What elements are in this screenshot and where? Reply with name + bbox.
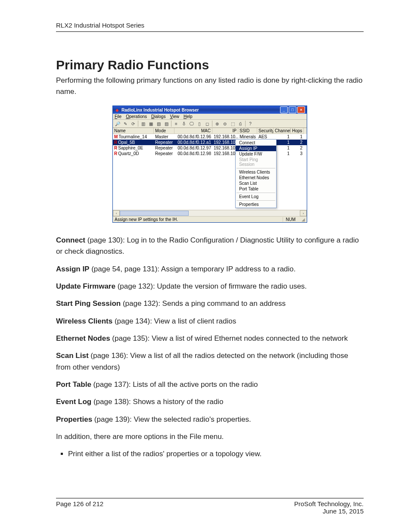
column-channel[interactable]: Channel: [274, 128, 291, 134]
monitor-icon[interactable]: 🖵: [189, 121, 195, 127]
menu-item[interactable]: Event Log: [236, 194, 276, 199]
page-title: Primary Radio Functions: [56, 58, 364, 72]
table-row[interactable]: ROpal_5BRepeater00.0d.8d.f0.12.a1192.168…: [113, 140, 307, 145]
topology-icon[interactable]: δ: [181, 121, 187, 127]
net3-icon[interactable]: ▧: [156, 121, 162, 127]
menu-dialogs[interactable]: Dialogs: [151, 114, 165, 119]
separator-icon: [138, 121, 138, 127]
zoom-fit-icon[interactable]: ⬚: [230, 121, 236, 127]
column-ip[interactable]: IP: [212, 128, 238, 134]
horizontal-scrollbar[interactable]: ‹ ›: [113, 210, 307, 216]
list-header: Name Mode MAC IP SSID Security Channel H…: [113, 128, 307, 134]
scroll-thumb[interactable]: [120, 211, 189, 216]
definition: Connect (page 130): Log in to the Radio …: [56, 235, 364, 258]
footer-date: June 15, 2015: [294, 507, 364, 515]
definition: Port Table (page 137): Lists of all the …: [56, 379, 364, 390]
table-row[interactable]: RSapphire_0ERepeater00.0d.8d.f0.12.97192…: [113, 145, 307, 151]
status-num: NUM: [283, 217, 298, 222]
minimize-button[interactable]: _: [280, 106, 288, 113]
separator-icon: [212, 121, 212, 127]
node-icon[interactable]: ◻: [204, 121, 210, 127]
menu-item[interactable]: Wireless Clients: [236, 169, 276, 175]
definition: Properties (page 139): View the selected…: [56, 414, 364, 425]
print-icon[interactable]: ⎙: [237, 121, 243, 127]
definition: Update Firmware (page 132): Update the v…: [56, 281, 364, 292]
maximize-button[interactable]: □: [289, 106, 296, 113]
net2-icon[interactable]: ▦: [148, 121, 154, 127]
help-icon[interactable]: ?: [247, 121, 253, 127]
definition: Start Ping Session (page 132): Sends a p…: [56, 298, 364, 309]
table-row[interactable]: RQuartz_0DRepeater00.0d.8d.f0.12.98192.1…: [113, 151, 307, 156]
menu-item[interactable]: Port Table: [236, 186, 276, 192]
column-hops[interactable]: Hops: [291, 128, 304, 134]
server-icon[interactable]: ▯: [196, 121, 202, 127]
net4-icon[interactable]: ▨: [163, 121, 169, 127]
list-body: MTourmaline_14Master00.0d.8d.f0.12.96192…: [113, 134, 307, 210]
menu-separator: [237, 193, 275, 193]
menu-item[interactable]: Scan List: [236, 180, 276, 186]
resize-grip-icon[interactable]: ◢: [298, 217, 305, 222]
column-security[interactable]: Security: [257, 128, 274, 134]
definition: Assign IP (page 54, page 131): Assign a …: [56, 264, 364, 275]
doc-header: RLX2 Industrial Hotspot Series: [56, 22, 364, 32]
intro-paragraph: Performing the following primary functio…: [56, 75, 364, 97]
doc-footer: Page 126 of 212 ProSoft Technology, Inc.…: [56, 498, 364, 515]
definition: Ethernet Nodes (page 135): View a list o…: [56, 333, 364, 344]
menu-separator: [237, 200, 275, 201]
menu-file[interactable]: File: [115, 114, 121, 119]
screenshot-wrap: ◆ RadioLinx Industrial Hotspot Browser _…: [56, 106, 364, 223]
column-mode[interactable]: Mode: [154, 128, 174, 134]
window-titlebar[interactable]: ◆ RadioLinx Industrial Hotspot Browser _…: [113, 106, 307, 114]
close-button[interactable]: ×: [297, 106, 305, 113]
toolbar: 🔎 ✎ ⟳ ▥ ▦ ▧ ▨ ≡ δ 🖵 ▯ ◻ ⊕ ⊖ ⬚ ⎙ ?: [113, 120, 307, 128]
menubar: File Operations Dialogs View Help: [113, 114, 307, 120]
refresh-icon[interactable]: ⟳: [130, 121, 136, 127]
separator-icon: [245, 121, 246, 127]
separator-icon: [171, 121, 171, 127]
erase-icon[interactable]: ✎: [122, 121, 128, 127]
menu-item: Start Ping Session: [236, 157, 276, 167]
binoculars-icon[interactable]: 🔎: [115, 121, 121, 127]
zoom-out-icon[interactable]: ⊖: [222, 121, 228, 127]
menu-help[interactable]: Help: [184, 114, 193, 119]
definition: Event Log (page 138): Shows a history of…: [56, 396, 364, 408]
scroll-track[interactable]: [120, 211, 300, 216]
status-bar: Assign new IP settings for the IH. NUM ◢: [113, 216, 307, 222]
zoom-in-icon[interactable]: ⊕: [214, 121, 220, 127]
footer-page: Page 126 of 212: [56, 500, 103, 515]
app-logo-icon: ◆: [115, 107, 120, 112]
window-title: RadioLinx Industrial Hotspot Browser: [121, 108, 199, 112]
app-window: ◆ RadioLinx Industrial Hotspot Browser _…: [112, 106, 307, 223]
menu-item[interactable]: Assign IP: [236, 146, 276, 151]
table-row[interactable]: MTourmaline_14Master00.0d.8d.f0.12.96192…: [113, 134, 307, 140]
menu-operations[interactable]: Operations: [126, 114, 147, 119]
list-icon[interactable]: ≡: [173, 121, 179, 127]
scroll-left-icon[interactable]: ‹: [113, 210, 120, 216]
menu-separator: [237, 168, 275, 168]
menu-item[interactable]: Properties: [236, 202, 276, 207]
scroll-right-icon[interactable]: ›: [300, 210, 307, 216]
net1-icon[interactable]: ▥: [140, 121, 146, 127]
footer-company: ProSoft Technology, Inc.: [294, 500, 364, 507]
column-mac[interactable]: MAC: [174, 128, 212, 134]
column-name[interactable]: Name: [113, 128, 154, 134]
definition: Wireless Clients (page 134): View a list…: [56, 316, 364, 327]
menu-item[interactable]: Ethernet Nodes: [236, 175, 276, 180]
status-text: Assign new IP settings for the IH.: [115, 217, 178, 222]
column-ssid[interactable]: SSID: [238, 128, 257, 134]
menu-item[interactable]: Connect: [236, 140, 276, 146]
menu-item[interactable]: Update F/W: [236, 151, 276, 157]
extra-text: In addition, there are more options in t…: [56, 431, 364, 442]
context-menu: ConnectAssign IPUpdate F/WStart Ping Ses…: [235, 139, 277, 208]
definition: Scan List (page 136): View a list of all…: [56, 350, 364, 373]
menu-view[interactable]: View: [170, 114, 179, 119]
bullet-item: Print either a list of the radios' prope…: [68, 448, 364, 460]
